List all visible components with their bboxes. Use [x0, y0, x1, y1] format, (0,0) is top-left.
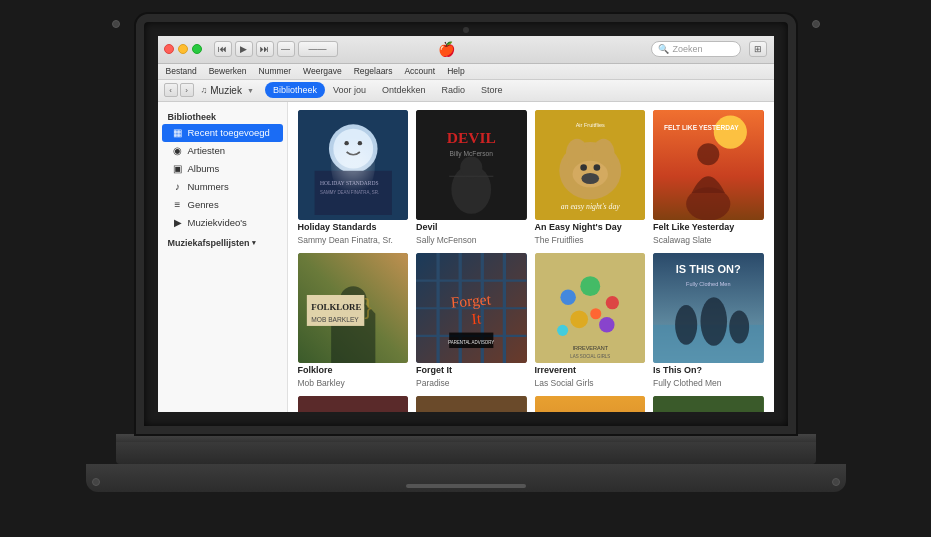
- tab-bibliotheek[interactable]: Bibliotheek: [265, 82, 325, 98]
- svg-point-2: [333, 128, 373, 168]
- album-title-isthison: Is This On?: [653, 365, 764, 376]
- album-title-holiday: Holiday Standards: [298, 222, 409, 233]
- svg-text:FELT LIKE YESTERDAY: FELT LIKE YESTERDAY: [664, 123, 739, 130]
- window-close-button[interactable]: [164, 44, 174, 54]
- svg-point-52: [599, 317, 614, 332]
- search-icon: 🔍: [658, 44, 669, 54]
- toolbar-title: Muziek: [210, 85, 242, 96]
- search-bar[interactable]: 🔍 Zoeken: [651, 41, 741, 57]
- svg-rect-73: [653, 396, 764, 411]
- tab-store[interactable]: Store: [473, 82, 511, 98]
- album-artist-isthison: Fully Clothed Men: [653, 378, 764, 388]
- sidebar-artiesten-label: Artiesten: [188, 145, 226, 156]
- sidebar-item-muziekvideo[interactable]: ▶ Muziekvideo's: [162, 214, 283, 232]
- svg-point-53: [557, 325, 568, 336]
- svg-point-21: [581, 172, 599, 183]
- album-item-bottom3[interactable]: SUNSET BLUES Sunset Blues: [535, 396, 646, 411]
- svg-point-50: [605, 296, 618, 309]
- menu-nummer[interactable]: Nummer: [257, 66, 294, 76]
- menu-account[interactable]: Account: [402, 66, 437, 76]
- album-item-holiday[interactable]: HOLIDAY STANDARDS SAMMY DEAN FINATRA, SR…: [298, 110, 409, 245]
- toolbar: ‹ › ♫ Muziek ▼ Bibliotheek Voor jou Ontd…: [158, 80, 774, 102]
- menu-bewerken[interactable]: Bewerken: [207, 66, 249, 76]
- svg-text:PARENTAL ADVISORY: PARENTAL ADVISORY: [448, 339, 494, 344]
- album-cover-isthison: IS THIS ON? Fully Clothed Men: [653, 253, 764, 364]
- sidebar-item-genres[interactable]: ≡ Genres: [162, 196, 283, 214]
- album-artist-forgetit: Paradise: [416, 378, 527, 388]
- album-item-feltlike[interactable]: FELT LIKE YESTERDAY Felt Like Yesterday …: [653, 110, 764, 245]
- sidebar-recent-label: Recent toegevoegd: [188, 127, 270, 138]
- album-item-irreverent[interactable]: IRREVERANT LAS SOCIAL GIRLS Irreverent L…: [535, 253, 646, 388]
- screen-content: ⏮ ▶ ⏭ — —— 🍎 🔍 Zoeken ⊞ Bestand: [158, 36, 774, 412]
- album-cover-easynight: an easy night's day Air Fruitflies: [535, 110, 646, 221]
- sidebar-item-albums[interactable]: ▣ Albums: [162, 160, 283, 178]
- menu-bar: Bestand Bewerken Nummer Weergave Regelaa…: [158, 64, 774, 80]
- svg-point-27: [714, 115, 747, 148]
- dropdown-arrow[interactable]: ▼: [247, 87, 254, 94]
- sidebar-playlist-section[interactable]: Muziekafspellijsten ▾: [158, 232, 287, 250]
- sidebar-item-artiesten[interactable]: ◉ Artiesten: [162, 142, 283, 160]
- tab-radio[interactable]: Radio: [433, 82, 473, 98]
- volume-slider[interactable]: ——: [298, 41, 338, 57]
- sidebar-albums-label: Albums: [188, 163, 220, 174]
- album-item-folklore[interactable]: FOLKLORE MOB BARKLEY } Folklore Mob Bark…: [298, 253, 409, 388]
- menu-bestand[interactable]: Bestand: [164, 66, 199, 76]
- svg-rect-64: [298, 396, 409, 411]
- album-item-bottom2[interactable]: [416, 396, 527, 411]
- album-title-devil: Devil: [416, 222, 527, 233]
- window-maximize-button[interactable]: [192, 44, 202, 54]
- svg-point-60: [701, 297, 728, 346]
- music-icon: ♫: [201, 85, 208, 95]
- back-button[interactable]: ‹: [164, 83, 178, 97]
- svg-text:LAS SOCIAL GIRLS: LAS SOCIAL GIRLS: [570, 354, 610, 359]
- laptop-base: [116, 442, 816, 464]
- album-item-devil[interactable]: DEVIL Billy McFerson Devil S: [416, 110, 527, 245]
- albums-area[interactable]: HOLIDAY STANDARDS SAMMY DEAN FINATRA, SR…: [288, 102, 774, 412]
- sidebar-item-recent[interactable]: ▦ Recent toegevoegd: [162, 124, 283, 142]
- album-cover-bottom1: [298, 396, 409, 411]
- sidebar-muziekvideo-label: Muziekvideo's: [188, 217, 247, 228]
- album-cover-forgetit: Forget It PARENTAL ADVISORY: [416, 253, 527, 364]
- volume-button[interactable]: —: [277, 41, 295, 57]
- apple-logo: 🍎: [438, 41, 455, 57]
- menu-regelaars[interactable]: Regelaars: [352, 66, 395, 76]
- svg-point-54: [590, 308, 601, 319]
- menu-weergave[interactable]: Weergave: [301, 66, 344, 76]
- menu-help[interactable]: Help: [445, 66, 466, 76]
- svg-text:SAMMY DEAN FINATRA, SR.: SAMMY DEAN FINATRA, SR.: [320, 189, 379, 194]
- tab-voor-jou[interactable]: Voor jou: [325, 82, 374, 98]
- svg-text:DEVIL: DEVIL: [447, 129, 496, 146]
- svg-text:IS THIS ON?: IS THIS ON?: [676, 263, 741, 275]
- playlist-chevron: ▾: [252, 239, 256, 247]
- tab-ontdekken[interactable]: Ontdekken: [374, 82, 434, 98]
- album-artist-irreverent: Las Social Girls: [535, 378, 646, 388]
- album-item-bottom4[interactable]: [653, 396, 764, 411]
- sidebar-item-nummers[interactable]: ♪ Nummers: [162, 178, 283, 196]
- window-minimize-button[interactable]: [178, 44, 188, 54]
- album-cover-bottom2: [416, 396, 527, 411]
- laptop-bottom: [86, 464, 846, 492]
- album-item-easynight[interactable]: an easy night's day Air Fruitflies An Ea…: [535, 110, 646, 245]
- forward-button[interactable]: ›: [180, 83, 194, 97]
- recent-icon: ▦: [172, 127, 184, 139]
- play-button[interactable]: ▶: [235, 41, 253, 57]
- album-item-bottom1[interactable]: [298, 396, 409, 411]
- svg-text:Fully Clothed Men: Fully Clothed Men: [686, 281, 730, 287]
- svg-text:Forget: Forget: [450, 290, 492, 310]
- screen-bezel: ⏮ ▶ ⏭ — —— 🍎 🔍 Zoeken ⊞ Bestand: [136, 14, 796, 434]
- album-cover-irreverent: IRREVERANT LAS SOCIAL GIRLS: [535, 253, 646, 364]
- rewind-button[interactable]: ⏮: [214, 41, 232, 57]
- itunes-window: ⏮ ▶ ⏭ — —— 🍎 🔍 Zoeken ⊞ Bestand: [158, 36, 774, 412]
- album-cover-feltlike: FELT LIKE YESTERDAY: [653, 110, 764, 221]
- sidebar-section-title: Bibliotheek: [158, 108, 287, 124]
- album-title-easynight: An Easy Night's Day: [535, 222, 646, 233]
- album-item-isthison[interactable]: IS THIS ON? Fully Clothed Men Is This On…: [653, 253, 764, 388]
- fastforward-button[interactable]: ⏭: [256, 41, 274, 57]
- grid-view-button[interactable]: ⊞: [749, 41, 767, 57]
- svg-text:MOB BARKLEY: MOB BARKLEY: [311, 315, 359, 322]
- album-title-feltlike: Felt Like Yesterday: [653, 222, 764, 233]
- album-item-forgetit[interactable]: Forget It PARENTAL ADVISORY Forget It Pa…: [416, 253, 527, 388]
- main-content: Bibliotheek ▦ Recent toegevoegd ◉ Arties…: [158, 102, 774, 412]
- muziekvideo-icon: ▶: [172, 217, 184, 229]
- search-placeholder: Zoeken: [672, 44, 702, 54]
